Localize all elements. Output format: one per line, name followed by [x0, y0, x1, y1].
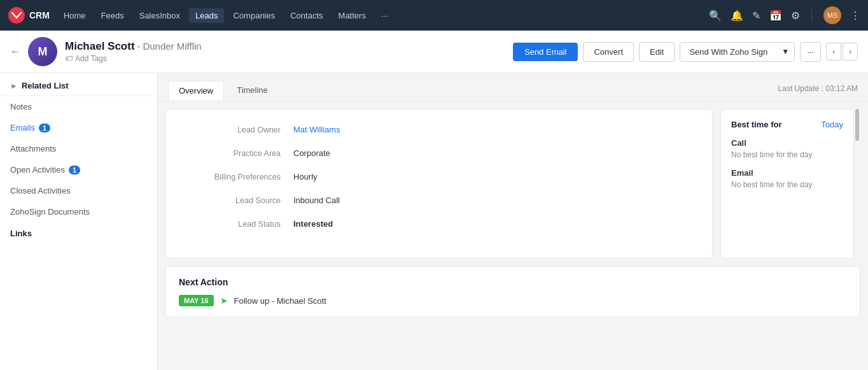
- tag-icon: 🏷: [65, 54, 73, 63]
- nav-matters[interactable]: Matters: [332, 8, 372, 23]
- nav-icon-group: 🔍 🔔 ✎ 📅 ⚙ MS ⋮: [709, 6, 860, 24]
- field-row-lead-owner: Lead Owner Mat Williams: [179, 125, 699, 134]
- sidebar-item-closed-activities[interactable]: Closed Activities: [0, 180, 157, 201]
- apps-grid-icon[interactable]: ⋮: [850, 10, 860, 22]
- back-button[interactable]: ←: [10, 46, 20, 57]
- billing-preferences-value: Hourly: [293, 172, 699, 181]
- lead-owner-value[interactable]: Mat Williams: [293, 125, 699, 134]
- app-name: CRM: [29, 10, 50, 20]
- user-avatar[interactable]: MS: [823, 6, 841, 24]
- sidebar-item-notes[interactable]: Notes: [0, 96, 157, 117]
- open-activities-badge: 1: [69, 166, 80, 174]
- record-avatar: M: [28, 37, 57, 66]
- record-name: Michael Scott - Dunder Mifflin: [65, 40, 513, 53]
- fields-card: Lead Owner Mat Williams Practice Area Co…: [165, 109, 713, 259]
- billing-preferences-label: Billing Preferences: [179, 172, 293, 181]
- send-zoho-sign-arrow[interactable]: ▼: [776, 43, 794, 61]
- zoho-icon: [8, 6, 25, 24]
- prev-record-button[interactable]: ‹: [826, 43, 841, 60]
- sidebar-item-emails[interactable]: Emails 1: [0, 117, 157, 138]
- nav-leads[interactable]: Leads: [189, 8, 224, 23]
- field-row-practice-area: Practice Area Corporate: [179, 148, 699, 158]
- lead-owner-label: Lead Owner: [179, 125, 293, 134]
- scroll-track: [854, 109, 860, 259]
- edit-button[interactable]: Edit: [639, 42, 675, 62]
- sidebar: ► Related List Notes Emails 1 Attachment…: [0, 73, 158, 370]
- send-zoho-sign-button[interactable]: Send With Zoho Sign ▼: [680, 42, 795, 62]
- convert-button[interactable]: Convert: [583, 42, 634, 62]
- action-buttons: Send Email Convert Edit Send With Zoho S…: [513, 42, 858, 62]
- send-zoho-sign-main[interactable]: Send With Zoho Sign: [680, 43, 776, 61]
- send-email-button[interactable]: Send Email: [513, 43, 578, 61]
- sidebar-item-zohosign-docs[interactable]: ZohoSign Documents: [0, 201, 157, 222]
- calendar-icon[interactable]: 📅: [769, 10, 782, 22]
- date-badge-arrow-icon: ➤: [220, 295, 228, 306]
- top-nav: CRM Home Feeds SalesInbox Leads Companie…: [0, 0, 868, 31]
- tab-timeline[interactable]: Timeline: [227, 81, 278, 101]
- nav-companies[interactable]: Companies: [227, 8, 281, 23]
- add-tags-button[interactable]: 🏷 Add Tags: [65, 54, 513, 63]
- notification-icon[interactable]: 🔔: [731, 10, 743, 22]
- practice-area-value: Corporate: [293, 148, 699, 158]
- record-navigation: ‹ ›: [826, 43, 858, 60]
- field-row-lead-source: Lead Source Inbound Call: [179, 196, 699, 205]
- next-action-card: Next Action MAY 16 ➤ Follow up - Michael…: [165, 266, 860, 317]
- app-logo[interactable]: CRM: [8, 6, 50, 24]
- practice-area-label: Practice Area: [179, 148, 293, 158]
- settings-icon[interactable]: ⚙: [791, 10, 800, 22]
- svg-point-0: [8, 7, 25, 24]
- next-action-text: Follow up - Michael Scott: [234, 296, 326, 306]
- sidebar-item-attachments[interactable]: Attachments: [0, 138, 157, 159]
- tab-overview[interactable]: Overview: [168, 81, 224, 101]
- best-time-email-section: Email No best time for the day: [731, 168, 843, 189]
- best-time-call-section: Call No best time for the day: [731, 138, 843, 159]
- sidebar-toggle-icon[interactable]: ►: [10, 82, 18, 90]
- record-header: ← M Michael Scott - Dunder Mifflin 🏷 Add…: [0, 31, 868, 73]
- field-row-lead-status: Lead Status Interested: [179, 219, 699, 229]
- emails-badge: 1: [39, 124, 50, 132]
- content-area: ► Related List Notes Emails 1 Attachment…: [0, 73, 868, 370]
- lead-status-value: Interested: [293, 219, 699, 229]
- sidebar-related-list-title: ► Related List: [0, 73, 157, 96]
- last-update-text: Last Update : 03:12 AM: [778, 84, 858, 98]
- nav-salesinbox[interactable]: SalesInbox: [133, 8, 186, 23]
- tab-bar: Overview Timeline Last Update : 03:12 AM: [158, 73, 868, 101]
- scroll-thumb: [855, 109, 859, 141]
- record-info: Michael Scott - Dunder Mifflin 🏷 Add Tag…: [65, 40, 513, 63]
- best-time-card: Best time for Today Call No best time fo…: [720, 109, 854, 259]
- next-action-title: Next Action: [179, 277, 847, 287]
- lead-source-label: Lead Source: [179, 196, 293, 205]
- nav-more[interactable]: ···: [375, 8, 395, 23]
- field-row-billing-preferences: Billing Preferences Hourly: [179, 172, 699, 181]
- date-badge: MAY 16: [179, 295, 214, 306]
- lead-status-label: Lead Status: [179, 219, 293, 229]
- panel-content: Lead Owner Mat Williams Practice Area Co…: [158, 101, 868, 266]
- search-icon[interactable]: 🔍: [709, 10, 722, 22]
- more-actions-button[interactable]: ···: [800, 42, 821, 62]
- today-link[interactable]: Today: [821, 120, 843, 129]
- best-time-header: Best time for Today: [731, 120, 843, 129]
- nav-feeds[interactable]: Feeds: [95, 8, 130, 23]
- main-panel: Overview Timeline Last Update : 03:12 AM…: [158, 73, 868, 370]
- right-panel: Best time for Today Call No best time fo…: [720, 109, 860, 259]
- next-action-row: MAY 16 ➤ Follow up - Michael Scott: [179, 295, 847, 306]
- compose-icon[interactable]: ✎: [752, 10, 760, 22]
- tabs: Overview Timeline: [168, 81, 278, 101]
- lead-source-value: Inbound Call: [293, 196, 699, 205]
- next-record-button[interactable]: ›: [843, 43, 858, 60]
- nav-home[interactable]: Home: [57, 8, 92, 23]
- nav-contacts[interactable]: Contacts: [284, 8, 329, 23]
- sidebar-links-title: Links: [0, 222, 157, 242]
- sidebar-item-open-activities[interactable]: Open Activities 1: [0, 159, 157, 180]
